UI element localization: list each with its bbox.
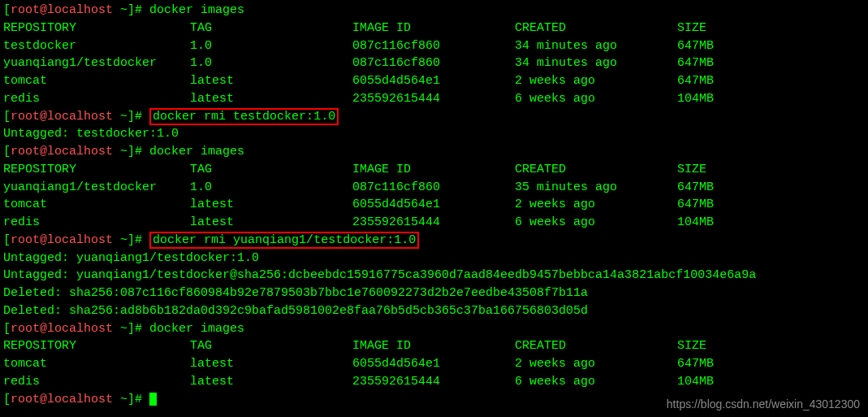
command-text[interactable]: docker images (149, 322, 244, 336)
output-line: Deleted: sha256:087c116cf860984b92e78795… (3, 285, 865, 302)
command-text[interactable]: docker images (149, 3, 244, 17)
prompt-tilde: ~ (113, 3, 127, 17)
table-row: yuanqiang1/testdocker1.0087c116cf86035 m… (3, 179, 865, 197)
table-row: redislatest2355926154446 weeks ago104MB (3, 90, 865, 108)
table-row: testdocker1.0087c116cf86034 minutes ago6… (3, 37, 865, 55)
output-line: Deleted: sha256:ad8b6b182da0d392c9bafad5… (3, 302, 865, 320)
header-tag: TAG (190, 20, 352, 37)
terminal-line: [root@localhost ~]# docker rmi yuanqiang… (3, 232, 865, 250)
output-line: Untagged: yuanqiang1/testdocker:1.0 (3, 250, 865, 267)
table-header: REPOSITORYTAGIMAGE IDCREATEDSIZE (3, 161, 865, 179)
header-id: IMAGE ID (352, 20, 515, 37)
header-repo: REPOSITORY (3, 20, 190, 37)
cursor-icon (149, 393, 157, 406)
terminal-line: [root@localhost ~]# docker images (3, 143, 865, 161)
terminal-line: [root@localhost ~]# docker images (3, 320, 865, 338)
command-text[interactable]: docker rmi yuanqiang1/testdocker:1.0 (153, 233, 416, 247)
highlighted-command: docker rmi testdocker:1.0 (149, 108, 339, 125)
table-row: redislatest2355926154446 weeks ago104MB (3, 373, 865, 391)
terminal-line: [root@localhost ~]# docker images (3, 2, 865, 20)
table-row: tomcatlatest6055d4d564e12 weeks ago647MB (3, 196, 865, 214)
prompt-close: ]# (127, 3, 142, 17)
prompt-open: [ (3, 3, 11, 17)
table-row: yuanqiang1/testdocker1.0087c116cf86034 m… (3, 54, 865, 72)
terminal-line: [root@localhost ~]# docker rmi testdocke… (3, 108, 865, 126)
table-header: REPOSITORYTAGIMAGE IDCREATEDSIZE (3, 337, 865, 355)
table-row: tomcatlatest6055d4d564e12 weeks ago647MB (3, 72, 865, 90)
table-row: tomcatlatest6055d4d564e12 weeks ago647MB (3, 355, 865, 373)
output-line: Untagged: testdocker:1.0 (3, 125, 865, 143)
output-line: Untagged: yuanqiang1/testdocker@sha256:d… (3, 267, 865, 285)
table-row: redislatest2355926154446 weeks ago104MB (3, 214, 865, 232)
header-size: SIZE (677, 20, 706, 37)
command-text[interactable]: docker images (149, 145, 244, 159)
header-created: CREATED (515, 20, 677, 37)
table-header: REPOSITORYTAGIMAGE IDCREATEDSIZE (3, 20, 865, 37)
watermark-text: https://blog.csdn.net/weixin_43012300 (667, 396, 860, 412)
highlighted-command: docker rmi yuanqiang1/testdocker:1.0 (149, 232, 419, 249)
prompt-user: root@localhost (11, 3, 113, 17)
command-text[interactable]: docker rmi testdocker:1.0 (153, 110, 335, 124)
